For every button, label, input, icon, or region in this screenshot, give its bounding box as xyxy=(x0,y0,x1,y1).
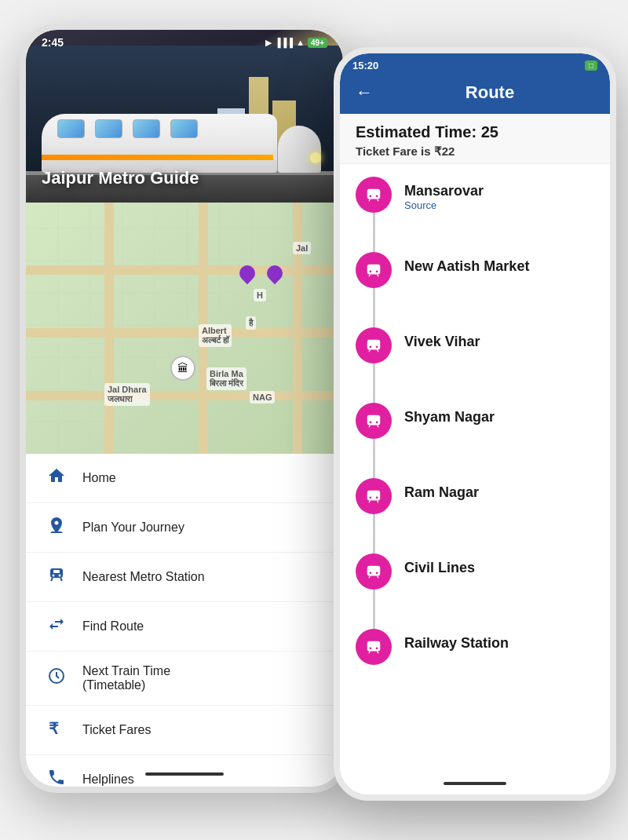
stop-name-4: Ram Nagar xyxy=(404,484,594,501)
svg-rect-17 xyxy=(370,341,377,345)
home-indicator-2 xyxy=(340,772,610,794)
svg-rect-22 xyxy=(367,491,381,501)
svg-rect-18 xyxy=(367,415,381,425)
sidebar-item-next-train[interactable]: Next Train Time (Timetable) xyxy=(26,652,343,706)
map-area: Jal H है Albertअल्बर्ट हॉ Birla Maबिरला … xyxy=(26,203,343,454)
sidebar-item-home[interactable]: Home xyxy=(26,454,343,503)
stop-icon-3 xyxy=(356,403,392,439)
stop-line-1 xyxy=(373,288,375,327)
svg-rect-29 xyxy=(370,568,377,571)
status-icon-2: □ xyxy=(585,60,597,71)
svg-point-19 xyxy=(370,421,372,423)
stop-info-1: New Aatish Market xyxy=(404,252,594,281)
svg-point-28 xyxy=(376,572,378,574)
svg-point-20 xyxy=(376,421,378,423)
svg-rect-26 xyxy=(367,566,381,576)
sidebar-label-ticket-fares: Ticket Fares xyxy=(82,723,151,737)
status-bar-2: 15:20 □ xyxy=(340,53,610,75)
route-stop: Vivek Vihar xyxy=(356,327,594,403)
battery-badge: 49+ xyxy=(308,38,327,48)
map-icon-albert: 🏛 xyxy=(170,356,195,381)
stop-line-3 xyxy=(373,439,375,478)
stop-name-5: Civil Lines xyxy=(404,560,594,576)
stop-name-6: Railway Station xyxy=(404,635,594,652)
svg-rect-3 xyxy=(53,570,60,573)
ticket-fares-icon: ₹ xyxy=(45,718,68,742)
status-icons: ▶ ▐▐▐ ▲ 49+ xyxy=(265,38,327,48)
svg-point-15 xyxy=(370,345,372,348)
svg-rect-25 xyxy=(370,492,377,495)
map-label-birla: Birla Maबिरला मंदिर xyxy=(206,367,246,390)
status-bar: 2:45 ▶ ▐▐▐ ▲ 49+ xyxy=(26,30,343,52)
map-pin-1 xyxy=(238,265,257,289)
stop-line-4 xyxy=(373,514,375,553)
svg-point-11 xyxy=(370,270,372,272)
stop-info-2: Vivek Vihar xyxy=(404,327,594,356)
stop-info-5: Civil Lines xyxy=(404,553,594,583)
svg-rect-14 xyxy=(367,340,381,350)
map-label-jaldhar: Jal Dharaजलधारा xyxy=(104,383,150,406)
svg-point-23 xyxy=(370,496,372,499)
svg-text:₹: ₹ xyxy=(49,720,59,737)
svg-point-7 xyxy=(370,195,372,197)
sidebar-item-plan-journey[interactable]: Plan Your Journey xyxy=(26,503,343,553)
svg-point-32 xyxy=(376,647,378,649)
svg-rect-30 xyxy=(367,641,381,652)
map-pin-2 xyxy=(265,265,284,289)
home-bar xyxy=(444,782,506,785)
map-label-h: H xyxy=(254,289,266,301)
find-route-icon xyxy=(45,615,68,638)
home-indicator xyxy=(145,772,224,776)
map-label-albert: Albertअल्बर्ट हॉ xyxy=(199,324,232,347)
sidebar-item-ticket-fares[interactable]: ₹Ticket Fares xyxy=(26,706,343,755)
stop-icon-5 xyxy=(356,553,392,590)
stop-info-0: MansarovarSource xyxy=(404,177,594,217)
stop-line-2 xyxy=(373,363,375,403)
svg-point-8 xyxy=(376,195,378,197)
home-icon xyxy=(45,466,68,490)
sidebar-item-find-route[interactable]: Find Route xyxy=(26,602,343,652)
stop-info-4: Ram Nagar xyxy=(404,478,594,507)
sidebar-item-helplines[interactable]: Helplines xyxy=(26,755,343,787)
route-stop: Shyam Nagar xyxy=(356,403,594,478)
hero-section: 2:45 ▶ ▐▐▐ ▲ 49+ Jaipur Metro Guide xyxy=(26,30,343,203)
phone2-device: 15:20 □ ← Route Estimated Time: 25 Ticke… xyxy=(334,47,616,801)
sidebar-label-plan-journey: Plan Your Journey xyxy=(82,520,184,535)
svg-point-12 xyxy=(376,270,378,272)
stop-name-3: Shyam Nagar xyxy=(404,409,594,425)
svg-rect-21 xyxy=(370,417,377,420)
sidebar-label-nearest-metro: Nearest Metro Station xyxy=(82,570,205,584)
stop-name-1: New Aatish Market xyxy=(404,258,594,275)
route-stop: New Aatish Market xyxy=(356,252,594,327)
stop-sub-0: Source xyxy=(404,199,594,211)
stop-icon-6 xyxy=(356,629,392,665)
svg-point-16 xyxy=(376,345,378,348)
stop-icon-2 xyxy=(356,327,392,363)
svg-rect-6 xyxy=(367,189,381,199)
route-stops-list: MansarovarSourceNew Aatish MarketVivek V… xyxy=(340,164,610,772)
route-stop: MansarovarSource xyxy=(356,177,594,252)
wifi-icon: ▲ xyxy=(296,38,305,47)
sidebar-menu: HomePlan Your JourneyNearest Metro Stati… xyxy=(26,454,343,787)
route-header: ← Route xyxy=(340,75,610,114)
svg-rect-9 xyxy=(370,191,377,194)
helplines-icon xyxy=(45,768,68,787)
sidebar-label-helplines: Helplines xyxy=(82,772,134,787)
phone1-device: 2:45 ▶ ▐▐▐ ▲ 49+ Jaipur Metro Guide xyxy=(20,24,349,793)
signal-icon: ▐▐▐ xyxy=(275,38,293,47)
stop-line-5 xyxy=(373,590,375,629)
nearest-metro-icon xyxy=(45,565,68,589)
route-stop: Civil Lines xyxy=(356,553,594,629)
svg-rect-13 xyxy=(370,266,377,269)
stop-name-2: Vivek Vihar xyxy=(404,334,594,350)
back-button[interactable]: ← xyxy=(356,82,373,103)
sidebar-item-nearest-metro[interactable]: Nearest Metro Station xyxy=(26,553,343,602)
status-time-2: 15:20 xyxy=(352,60,378,71)
location-icon: ▶ xyxy=(265,38,272,48)
sidebar-label-find-route: Find Route xyxy=(82,619,144,634)
next-train-icon xyxy=(45,667,68,690)
map-label-jal: Jal xyxy=(293,242,311,254)
plan-journey-icon xyxy=(45,516,68,539)
stop-name-0: Mansarovar xyxy=(404,183,594,199)
svg-rect-33 xyxy=(370,643,377,646)
